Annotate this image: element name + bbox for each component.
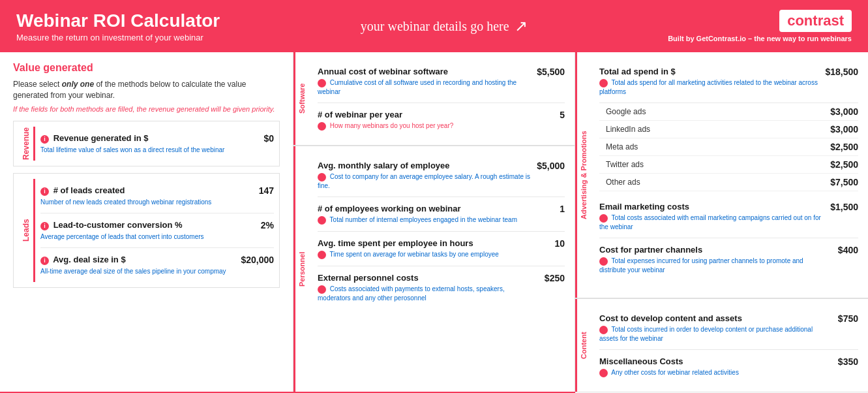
num-employees-value: 1 <box>560 204 565 214</box>
built-by-text: Built by GetContrast.io – the new way to… <box>668 35 852 42</box>
arrow-icon: ↗ <box>515 17 528 35</box>
external-costs-value: $250 <box>545 273 565 283</box>
content-dev-label: Cost to develop content and assets <box>599 313 831 323</box>
partner-channels-label: Cost for partner channels <box>599 245 831 255</box>
deal-size-desc: All-time average deal size of the sales … <box>40 267 234 275</box>
salary-label: Avg. monthly salary of employee <box>318 161 530 170</box>
deal-size-info-icon: i <box>40 257 49 265</box>
conversion-desc: Average percentage of leads that convert… <box>40 232 254 241</box>
leads-field-2: i Avg. deal size in $ All-time average d… <box>40 248 274 282</box>
leads-field-1: i Lead-to-customer conversion % Average … <box>40 213 274 248</box>
revenue-field-0: i Revenue generated in $ Total lifetime … <box>40 127 274 161</box>
desc-italic: only one <box>62 80 94 89</box>
revenue-field-desc: Total lifetime value of sales won as a d… <box>40 146 257 154</box>
header-right: contrast Built by GetContrast.io – the n… <box>668 10 852 42</box>
value-generated-title: Value generated <box>13 62 280 74</box>
personnel-field-2: Avg. time spent per employee in hours i … <box>318 232 565 266</box>
software-tab: Software <box>293 52 308 145</box>
header: Webinar ROI Calculator Measure the retur… <box>0 0 868 52</box>
conversion-value: 2% <box>261 220 274 230</box>
google-ads-value: $3,000 <box>830 106 858 117</box>
personnel-field-3: External personnel costs i Costs associa… <box>318 266 565 309</box>
num-employees-label: # of employees working on webinar <box>318 204 553 213</box>
email-marketing-value: $1,500 <box>830 202 858 212</box>
leads-fields: i # of leads created Number of new leads… <box>40 179 274 282</box>
content-field-0: Cost to develop content and assets i Tot… <box>599 307 858 350</box>
linkedin-ads-label: LinkedIn ads <box>606 125 650 134</box>
leads-created-desc: Number of new leads created through webi… <box>40 198 252 206</box>
deal-size-label: i Avg. deal size in $ <box>40 255 234 265</box>
conversion-info-icon: i <box>40 222 49 230</box>
ad-sub-items: Google ads $3,000 LinkedIn ads $3,000 Me… <box>599 103 858 191</box>
deal-size-value: $20,000 <box>241 255 274 265</box>
main-content: Value generated Please select only one o… <box>0 52 868 392</box>
misc-costs-label: Miscellaneous Costs <box>599 356 831 366</box>
revenue-info-icon: i <box>40 135 49 144</box>
leads-field-0: i # of leads created Number of new leads… <box>40 179 274 213</box>
twitter-ads-row: Twitter ads $2,500 <box>599 156 858 174</box>
salary-value: $5,000 <box>537 161 565 171</box>
other-ads-row: Other ads $7,500 <box>599 174 858 191</box>
other-ads-value: $7,500 <box>830 177 858 187</box>
personnel-tab: Personnel <box>293 146 308 392</box>
software-section: Software Annual cost of webinar software… <box>293 52 575 146</box>
software-field-1: # of webinar per year i How many webinar… <box>318 103 565 137</box>
webinar-per-year-label: # of webinar per year <box>318 110 553 119</box>
webinar-per-year-value: 5 <box>560 110 565 120</box>
leads-label: Leads <box>19 179 35 282</box>
header-center: your webinar details go here ↗ <box>361 17 528 35</box>
software-info-icon: i <box>318 79 326 87</box>
leads-info-icon: i <box>40 187 49 196</box>
revenue-label: Revenue <box>19 127 35 161</box>
external-costs-label: External personnel costs <box>318 273 538 283</box>
google-ads-label: Google ads <box>606 107 646 116</box>
partner-channels-value: $400 <box>838 245 858 255</box>
meta-ads-value: $2,500 <box>830 142 858 152</box>
time-spent-value: 10 <box>554 238 565 249</box>
content-tab: Content <box>575 299 590 392</box>
time-spent-info-icon: i <box>318 251 326 259</box>
priority-note: If the fields for both methods are fille… <box>13 105 280 113</box>
revenue-field-value: $0 <box>263 133 274 144</box>
software-cost-label: Annual cost of webinar software <box>318 67 530 76</box>
left-panel: Value generated Please select only one o… <box>0 52 293 392</box>
contrast-logo[interactable]: contrast <box>779 10 852 32</box>
other-ads-label: Other ads <box>606 178 640 187</box>
meta-ads-row: Meta ads $2,500 <box>599 138 858 156</box>
total-ad-spend-label: Total ad spend in $ <box>599 67 818 76</box>
twitter-ads-label: Twitter ads <box>606 160 644 169</box>
partner-channels-row: Cost for partner channels i Total expens… <box>599 238 858 281</box>
time-spent-label: Avg. time spent per employee in hours <box>318 238 548 248</box>
middle-panel: Software Annual cost of webinar software… <box>293 52 575 392</box>
leads-section: Leads i # of leads created Number of new… <box>13 173 280 288</box>
page-title: Webinar ROI Calculator <box>16 10 220 31</box>
personnel-field-1: # of employees working on webinar i Tota… <box>318 197 565 232</box>
center-text: your webinar details go here <box>361 19 509 34</box>
page-subtitle: Measure the return on investment of your… <box>16 33 220 42</box>
conversion-label: i Lead-to-customer conversion % <box>40 220 254 230</box>
software-cost-value: $5,500 <box>537 67 565 77</box>
revenue-section: Revenue i Revenue generated in $ Total l… <box>13 121 280 166</box>
salary-info-icon: i <box>318 173 326 181</box>
total-ad-spend-value: $18,500 <box>825 67 858 77</box>
content-field-1: Miscellaneous Costs i Any other costs fo… <box>599 350 858 384</box>
leads-created-value: 147 <box>259 185 274 196</box>
email-marketing-label: Email marketing costs <box>599 202 824 212</box>
leads-created-label: i # of leads created <box>40 185 252 196</box>
twitter-ads-value: $2,500 <box>830 159 858 170</box>
advertising-tab: Advertising & Promotions <box>575 52 590 298</box>
company-name[interactable]: GetContrast.io <box>696 35 746 42</box>
email-info-icon: i <box>599 214 608 223</box>
misc-info-icon: i <box>599 369 608 377</box>
misc-costs-value: $350 <box>838 356 858 367</box>
meta-ads-label: Meta ads <box>606 142 638 151</box>
google-ads-row: Google ads $3,000 <box>599 103 858 121</box>
personnel-section: Personnel Avg. monthly salary of employe… <box>293 146 575 392</box>
personnel-field-0: Avg. monthly salary of employee i Cost t… <box>318 154 565 197</box>
content-dev-value: $750 <box>838 313 858 324</box>
webinar-per-year-info-icon: i <box>318 122 326 131</box>
advertising-section: Advertising & Promotions Total ad spend … <box>575 52 868 299</box>
content-dev-info-icon: i <box>599 326 608 334</box>
revenue-fields: i Revenue generated in $ Total lifetime … <box>40 127 274 161</box>
revenue-field-label: i Revenue generated in $ <box>40 133 257 144</box>
